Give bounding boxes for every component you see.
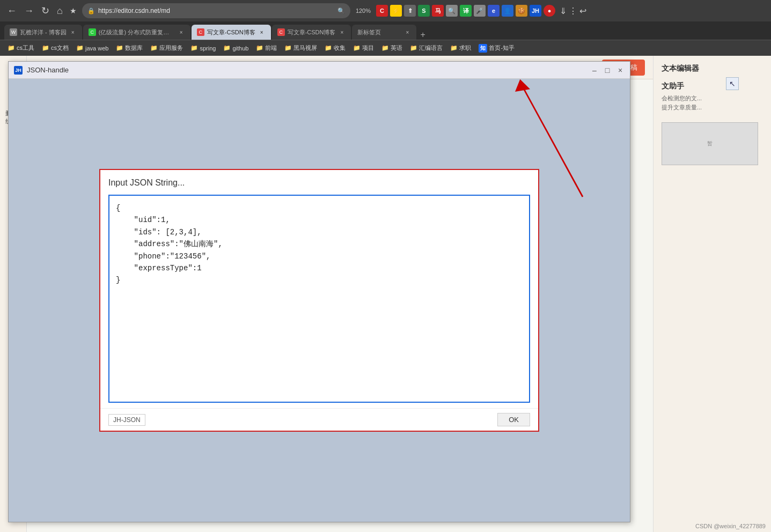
- bookmark-github[interactable]: 📁 github: [220, 43, 252, 53]
- bookmark-cs-docs[interactable]: 📁 cs文档: [39, 43, 72, 53]
- bookmark-label: cs文档: [51, 44, 69, 52]
- bookmark-zhihu[interactable]: 知 首页-知乎: [475, 43, 518, 54]
- minimize-button[interactable]: –: [590, 66, 599, 75]
- folder-icon: 📁: [150, 45, 158, 51]
- bookmark-label: 前端: [265, 44, 277, 52]
- translate-ext-icon[interactable]: 译: [460, 5, 472, 17]
- undo-icon[interactable]: ↩: [579, 6, 586, 16]
- flash-ext-icon[interactable]: ⚡: [390, 5, 402, 17]
- extension-title: JSON-handle: [27, 66, 586, 74]
- folder-icon: 📁: [325, 45, 332, 51]
- dialog-footer: JH-JSON OK: [100, 408, 538, 431]
- edge-ext-icon[interactable]: e: [488, 5, 500, 17]
- lock-icon: 🔒: [87, 8, 95, 14]
- editor-right-panel: ↖ 文本编辑器 文助手 会检测您的文... 提升文章质量... 暂: [653, 56, 771, 532]
- search2-ext-icon[interactable]: 🔍: [446, 5, 458, 17]
- tab-close-1[interactable]: ×: [69, 28, 77, 36]
- address-bar[interactable]: 🔒 https://editor.csdn.net/md 🔍: [82, 3, 350, 18]
- assistant-image-placeholder: 暂: [662, 122, 758, 165]
- back-button[interactable]: ←: [4, 4, 19, 18]
- chrome-ext-icon[interactable]: ●: [544, 5, 555, 17]
- browser-chrome: ← → ↻ ⌂ ★ 🔒 https://editor.csdn.net/md 🔍…: [0, 0, 771, 56]
- ok-button[interactable]: OK: [497, 413, 530, 426]
- cookie-ext-icon[interactable]: 🍪: [516, 5, 527, 17]
- bookmark-label: 收集: [334, 44, 346, 52]
- folder-icon: 📁: [76, 45, 84, 51]
- tab-newtab[interactable]: 新标签页 ×: [352, 25, 416, 40]
- bookmark-label: spring: [200, 45, 216, 51]
- main-content: ⌂ $ 删除线 postman 7/100 保存草稿 ↖ 文本编辑器 文助手 会…: [0, 56, 771, 532]
- s-ext-icon[interactable]: S: [418, 5, 430, 17]
- forward-button[interactable]: →: [21, 4, 36, 18]
- cursor-tool-icon[interactable]: ↖: [726, 77, 739, 90]
- tab-title-1: 瓦檐洋洋 - 博客园: [20, 28, 67, 36]
- tab-close-5[interactable]: ×: [403, 28, 411, 36]
- bookmark-label: 黑马视屏: [293, 44, 317, 52]
- bookmark-job[interactable]: 📁 求职: [447, 43, 474, 53]
- tab-close-3[interactable]: ×: [258, 28, 266, 36]
- bookmark-project[interactable]: 📁 项目: [350, 43, 377, 53]
- mic-ext-icon[interactable]: 🎤: [474, 5, 486, 17]
- json-input-wrapper: { "uid":1, "ids": [2,3,4], "address":"佛山…: [108, 195, 530, 403]
- csdn-ext-icon[interactable]: C: [376, 5, 388, 17]
- tab-write-csdn-2[interactable]: C 写文章-CSDN博客 ×: [272, 25, 351, 40]
- bookmark-label: github: [232, 45, 248, 51]
- folder-icon: 📁: [450, 45, 458, 51]
- bookmark-label: 首页-知乎: [489, 44, 515, 52]
- tab-bloggarden[interactable]: W 瓦檐洋洋 - 博客园 ×: [4, 25, 82, 40]
- bookmark-database[interactable]: 📁 数据库: [113, 43, 146, 53]
- input-json-dialog: Input JSON String... { "uid":1, "ids": […: [99, 169, 539, 432]
- tab-title-2: (亿级流量) 分布式防重复提交token设...: [99, 28, 175, 36]
- tab-close-2[interactable]: ×: [178, 28, 185, 36]
- profile-ext-icon[interactable]: 👤: [502, 5, 513, 17]
- close-button[interactable]: ×: [616, 66, 625, 75]
- bookmark-label: 数据库: [125, 44, 143, 52]
- bookmark-appservice[interactable]: 📁 应用服务: [147, 43, 186, 53]
- folder-icon: 📁: [256, 45, 263, 51]
- extension-window-controls: – □ ×: [590, 66, 625, 75]
- zoom-level: 120%: [354, 8, 373, 14]
- tab-close-4[interactable]: ×: [338, 28, 346, 36]
- jh-json-label[interactable]: JH-JSON: [108, 414, 145, 426]
- folder-icon: 📁: [353, 45, 361, 51]
- assistant-desc1: 会检测您的文...: [662, 94, 763, 103]
- folder-icon: 📁: [42, 45, 49, 51]
- bookmark-label: java web: [85, 45, 108, 51]
- assistant-desc2: 提升文章质量...: [662, 103, 763, 112]
- bookmark-star[interactable]: ★: [68, 5, 79, 16]
- home-button[interactable]: ⌂: [54, 4, 65, 18]
- bookmark-spring[interactable]: 📁 spring: [187, 43, 219, 53]
- bookmark-english[interactable]: 📁 英语: [378, 43, 406, 53]
- news-ext-icon[interactable]: 马: [432, 5, 444, 17]
- bookmarks-bar: 📁 cs工具 📁 cs文档 📁 java web 📁 数据库 📁 应用服务 📁 …: [0, 40, 771, 56]
- tab-favicon-1: W: [10, 28, 17, 36]
- bookmark-label: 求职: [459, 44, 471, 52]
- zhihu-logo: 知: [479, 44, 487, 53]
- extension-icons: C ⚡ ⇑ S 马 🔍 译 🎤 e 👤 🍪 JH ● ⇓ ⋮ ↩: [376, 5, 586, 17]
- tab-write-csdn-active[interactable]: C 写文章-CSDN博客 ×: [192, 25, 271, 40]
- text-editor-label: 文本编辑器: [662, 64, 763, 73]
- maximize-button[interactable]: □: [603, 66, 612, 75]
- tab-token[interactable]: C (亿级流量) 分布式防重复提交token设... ×: [83, 25, 190, 40]
- bookmark-java-web[interactable]: 📁 java web: [73, 43, 112, 53]
- search-icon: 🔍: [337, 8, 345, 14]
- refresh-button[interactable]: ↻: [39, 4, 52, 18]
- bookmark-cs-tools[interactable]: 📁 cs工具: [4, 43, 38, 53]
- bookmark-frontend[interactable]: 📁 前端: [253, 43, 280, 53]
- temp-label: 暂: [707, 140, 713, 147]
- json-handle-ext-icon[interactable]: JH: [530, 5, 541, 17]
- tab-favicon-3: C: [197, 28, 204, 36]
- download-icon[interactable]: ⇓: [560, 6, 567, 16]
- assistant-title: 文助手: [662, 82, 763, 91]
- folder-icon: 📁: [116, 45, 123, 51]
- new-tab-button[interactable]: +: [420, 30, 425, 40]
- json-input-textarea[interactable]: { "uid":1, "ids": [2,3,4], "address":"佛山…: [109, 196, 529, 400]
- tab-title-3: 写文章-CSDN博客: [207, 28, 255, 36]
- bookmark-heimavideo[interactable]: 📁 黑马视屏: [281, 43, 320, 53]
- more-tools-icon[interactable]: ⋮: [569, 6, 577, 16]
- csdn-watermark: CSDN @weixin_42277889: [695, 523, 766, 529]
- json-handle-extension-window: JH JSON-handle – □ × Input JSON String..…: [8, 61, 630, 522]
- bookmark-collect[interactable]: 📁 收集: [321, 43, 349, 53]
- bookmark-assembly[interactable]: 📁 汇编语言: [407, 43, 446, 53]
- share-ext-icon[interactable]: ⇑: [404, 5, 416, 17]
